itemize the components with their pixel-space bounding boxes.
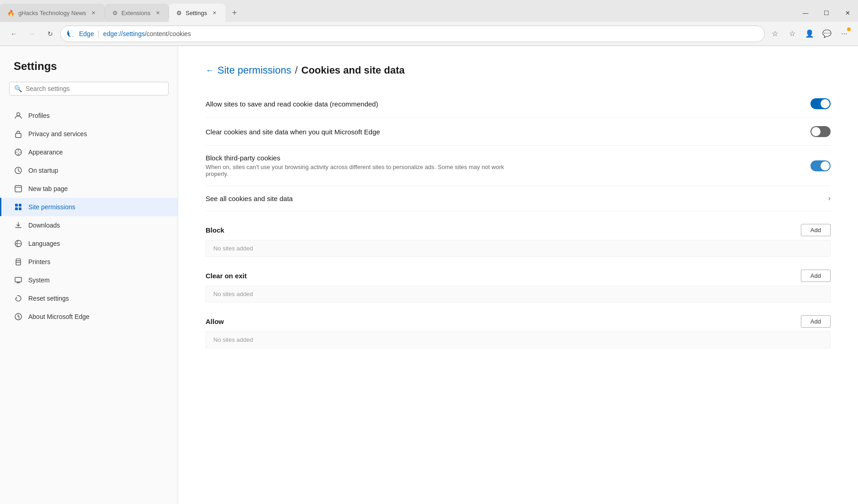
see-all-cookies-row[interactable]: See all cookies and site data ›: [206, 186, 831, 211]
tab-label: gHacks Technology News: [18, 10, 86, 16]
tab-close-settings[interactable]: ✕: [211, 9, 218, 16]
tab-ghacks[interactable]: 🔥 gHacks Technology News ✕: [0, 4, 105, 22]
allow-empty-label: No sites added: [206, 331, 831, 348]
allow-cookies-label: Allow sites to save and read cookie data…: [206, 100, 810, 108]
toggle-slider: [810, 98, 831, 109]
collections-icon[interactable]: ☆: [784, 26, 800, 42]
sidebar-item-on-startup-label: On startup: [28, 167, 58, 174]
sidebar-item-languages-label: Languages: [28, 240, 60, 247]
setting-clear-on-quit: Clear cookies and site data when you qui…: [206, 118, 831, 146]
search-box[interactable]: 🔍: [9, 82, 169, 95]
minimize-button[interactable]: —: [795, 4, 816, 22]
allow-header: Allow Add: [206, 315, 831, 328]
address-site: Edge: [79, 30, 94, 37]
tab-favicon: ⚙: [112, 10, 118, 16]
toggle-slider: [810, 160, 831, 171]
sidebar-icon[interactable]: 💬: [819, 26, 835, 42]
about-icon: [14, 312, 23, 321]
breadcrumb-current: Cookies and site data: [302, 64, 405, 76]
new-tab-button[interactable]: +: [225, 4, 244, 22]
address-divider: |: [98, 30, 100, 38]
svg-rect-6: [19, 204, 21, 207]
sidebar-item-about[interactable]: About Microsoft Edge: [0, 308, 178, 326]
tab-favicon: 🔥: [7, 10, 15, 16]
tab-close-extensions[interactable]: ✕: [154, 9, 161, 16]
privacy-icon: [14, 129, 23, 138]
clear-on-quit-label: Clear cookies and site data when you qui…: [206, 128, 810, 136]
sidebar-item-profiles[interactable]: Profiles: [0, 106, 178, 125]
sidebar-item-new-tab[interactable]: New tab page: [0, 180, 178, 198]
printers-icon: [14, 257, 23, 266]
sidebar-item-printers-label: Printers: [28, 258, 50, 265]
tab-bar: 🔥 gHacks Technology News ✕ ⚙ Extensions …: [0, 0, 858, 22]
toggle-knob: [821, 99, 830, 108]
setting-block-third-party: Block third-party cookies When on, sites…: [206, 146, 831, 186]
sidebar-item-downloads[interactable]: Downloads: [0, 216, 178, 234]
breadcrumb-parent-link[interactable]: Site permissions: [217, 64, 291, 76]
tab-settings[interactable]: ⚙ Settings ✕: [169, 4, 225, 22]
sidebar-item-profiles-label: Profiles: [28, 112, 50, 119]
svg-rect-5: [15, 204, 18, 207]
svg-point-13: [18, 314, 19, 315]
clear-on-exit-add-button[interactable]: Add: [801, 270, 831, 282]
svg-rect-1: [16, 133, 21, 138]
sidebar-item-appearance-label: Appearance: [28, 149, 63, 156]
sidebar-item-privacy-label: Privacy and services: [28, 130, 87, 138]
tab-extensions[interactable]: ⚙ Extensions ✕: [105, 4, 169, 22]
sidebar: Settings 🔍 Profiles Privacy and services…: [0, 46, 178, 504]
reset-icon: [14, 294, 23, 303]
sidebar-item-reset[interactable]: Reset settings: [0, 289, 178, 308]
setting-allow-cookies: Allow sites to save and read cookie data…: [206, 90, 831, 118]
system-icon: [14, 276, 23, 285]
address-bar[interactable]: Edge | edge://settings/content/cookies: [60, 26, 765, 42]
more-icon[interactable]: ···: [836, 26, 853, 42]
svg-point-12: [15, 313, 21, 320]
breadcrumb-separator: /: [295, 64, 297, 76]
refresh-button[interactable]: ↻: [42, 26, 58, 42]
notification-badge: [847, 27, 851, 31]
profiles-icon: [14, 111, 23, 120]
sidebar-item-system[interactable]: System: [0, 271, 178, 289]
browser-chrome: 🔥 gHacks Technology News ✕ ⚙ Extensions …: [0, 0, 858, 46]
clear-on-exit-empty-label: No sites added: [206, 286, 831, 302]
profile-icon[interactable]: 👤: [801, 26, 818, 42]
appearance-icon: [14, 148, 23, 157]
tab-close-ghacks[interactable]: ✕: [90, 9, 97, 16]
allow-cookies-content: Allow sites to save and read cookie data…: [206, 100, 810, 108]
block-add-button[interactable]: Add: [801, 224, 831, 236]
site-permissions-icon: [14, 202, 23, 212]
chevron-right-icon: ›: [828, 194, 831, 202]
address-url: edge://settings/content/cookies: [103, 30, 759, 37]
close-button[interactable]: ✕: [837, 4, 858, 22]
sidebar-item-new-tab-label: New tab page: [28, 185, 68, 192]
toolbar: ← → ↻ Edge | edge://settings/content/coo…: [0, 22, 858, 46]
allow-title: Allow: [206, 318, 224, 325]
sidebar-item-appearance[interactable]: Appearance: [0, 143, 178, 161]
sidebar-item-languages[interactable]: Languages: [0, 234, 178, 253]
block-third-party-label: Block third-party cookies: [206, 154, 810, 162]
block-third-party-toggle[interactable]: [810, 160, 831, 171]
tab-label: Extensions: [122, 10, 151, 16]
svg-rect-10: [16, 262, 21, 265]
clear-on-exit-header: Clear on exit Add: [206, 270, 831, 282]
sidebar-item-system-label: System: [28, 276, 50, 284]
favorites-icon[interactable]: ☆: [767, 26, 783, 42]
block-third-party-content: Block third-party cookies When on, sites…: [206, 154, 810, 177]
sidebar-item-printers[interactable]: Printers: [0, 253, 178, 271]
page: Settings 🔍 Profiles Privacy and services…: [0, 46, 858, 504]
breadcrumb-back-button[interactable]: ←: [206, 66, 214, 75]
sidebar-item-site-permissions-label: Site permissions: [28, 203, 75, 211]
window-controls: — ☐ ✕: [795, 4, 858, 22]
allow-add-button[interactable]: Add: [801, 315, 831, 328]
maximize-button[interactable]: ☐: [816, 4, 837, 22]
back-button[interactable]: ←: [5, 26, 22, 42]
search-input[interactable]: [26, 85, 164, 92]
sidebar-item-about-label: About Microsoft Edge: [28, 313, 90, 320]
clear-on-quit-toggle[interactable]: [810, 126, 831, 137]
sidebar-item-site-permissions[interactable]: Site permissions: [0, 198, 178, 216]
allow-cookies-toggle[interactable]: [810, 98, 831, 109]
sidebar-item-privacy[interactable]: Privacy and services: [0, 125, 178, 143]
forward-button[interactable]: →: [24, 26, 40, 42]
sidebar-item-on-startup[interactable]: On startup: [0, 161, 178, 180]
block-title: Block: [206, 226, 224, 234]
